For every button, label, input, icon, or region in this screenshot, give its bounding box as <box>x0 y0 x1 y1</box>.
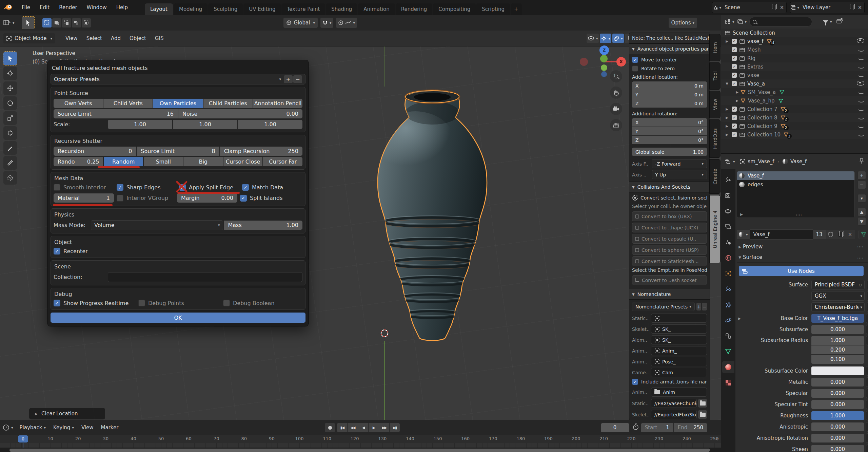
material-field[interactable]: Material1 <box>54 193 114 203</box>
next-keyframe-button[interactable]: ▶▶ <box>379 423 389 432</box>
tool-measure-button[interactable] <box>3 156 17 170</box>
interior-vgroup-checkbox[interactable]: Interior VGroup <box>117 195 177 202</box>
prop-anisotropic-slider[interactable]: 0.000 <box>811 422 864 431</box>
random-factor-field[interactable]: Rando0.25 <box>54 157 103 166</box>
prefix-input-4[interactable]: Pose_ <box>651 357 707 366</box>
collision-button-2[interactable]: Convert to capsule (U.. <box>632 234 707 244</box>
visibility-eye-icon[interactable] <box>858 47 864 53</box>
prop-anisotropic-link-button[interactable]: ○ <box>866 422 868 432</box>
viewport-menu-view[interactable]: View <box>61 33 82 43</box>
prop-christensen-burley-dropdown[interactable]: Christensen-Burley▾ <box>811 302 865 312</box>
options-dropdown[interactable]: Options▾ <box>669 18 697 28</box>
tool-add-primitive-button[interactable] <box>3 171 17 185</box>
source-limit-field[interactable]: Source Limit16 <box>54 109 178 118</box>
clear-location-panel[interactable]: ▶Clear Location <box>29 408 105 419</box>
scene-icon[interactable]: ▾ <box>712 3 721 12</box>
outliner-checkbox[interactable]: ✓ <box>732 64 737 69</box>
path-browse-button-0[interactable] <box>698 399 707 408</box>
workspace-tab-sculpting[interactable]: Sculpting <box>208 3 243 15</box>
recursion-mode-big[interactable]: Big <box>183 157 223 166</box>
workspace-tab-rendering[interactable]: Rendering <box>396 3 433 15</box>
rotate-to-zero-checkbox[interactable]: Rotate to zero <box>632 65 707 72</box>
prefix-input-5[interactable]: Cam_ <box>651 368 707 377</box>
prop-subsurface-color-color[interactable] <box>811 366 864 375</box>
jump-to-start-button[interactable]: ▮◀ <box>337 423 347 432</box>
ortho-grid-widget[interactable] <box>610 119 622 131</box>
zoom-widget[interactable]: + <box>610 70 622 82</box>
material-filter-dropdown[interactable]: ▾ <box>859 230 868 239</box>
workspace-tab-animation[interactable]: Animation <box>358 3 395 15</box>
prop-base-color-texture[interactable]: T_Vase_f_bc.tga <box>811 314 864 323</box>
tool-move-button[interactable] <box>3 81 17 95</box>
scene-name[interactable]: Scene <box>721 4 769 11</box>
slot-add-button[interactable]: + <box>857 171 866 180</box>
path-browse-button-1[interactable] <box>698 410 707 419</box>
scene-delete-icon[interactable]: × <box>777 3 786 12</box>
vase-object[interactable] <box>364 81 500 349</box>
margin-field[interactable]: Margin0.00 <box>177 193 237 203</box>
nomenclature-header[interactable]: ▼Nomenclature <box>629 289 710 300</box>
gizmo-axis-y2[interactable] <box>601 64 607 71</box>
prop-metallic-link-button[interactable]: ○ <box>866 377 868 387</box>
rotation-z-field[interactable]: Z0° <box>632 136 707 144</box>
properties-tab-texture[interactable] <box>722 377 734 389</box>
outliner-item-collection-8[interactable]: ▶✓Collection 82 <box>721 113 868 122</box>
outliner-checkbox[interactable]: ✓ <box>732 107 737 112</box>
point-source-own-verts[interactable]: Own Verts <box>54 99 103 108</box>
gizmo-axis-x-neg[interactable] <box>580 58 588 66</box>
camera-view-widget[interactable] <box>610 103 622 115</box>
select-mode-new-button[interactable] <box>42 18 52 27</box>
outliner-search-input[interactable] <box>749 17 812 26</box>
prefix-input-2[interactable]: SK_ <box>651 335 707 344</box>
tool-annotate-button[interactable] <box>3 141 17 155</box>
prev-keyframe-button[interactable]: ◀◀ <box>348 423 358 432</box>
point-source-child-particles[interactable]: Child Particles <box>203 99 253 108</box>
nomenclature-presets-dropdown[interactable]: Nomenclature Presets▾ <box>632 302 695 311</box>
path-input-1[interactable]: //ExportedFbx\Skel.. <box>651 410 697 419</box>
prefix-input-1[interactable]: SK_ <box>651 324 707 334</box>
slot-move-up-button[interactable]: ▲ <box>857 208 866 216</box>
timeline-scrollbar[interactable] <box>0 448 721 452</box>
play-button[interactable]: ▶ <box>369 423 379 432</box>
prop-subsurface-radius-1[interactable]: 0.200 <box>811 345 864 354</box>
gizmo-axis-z-neg[interactable] <box>601 71 607 77</box>
rotation-y-field[interactable]: Y0° <box>632 127 707 135</box>
location-x-field[interactable]: X0 m <box>632 81 707 90</box>
viewport-menu-gis[interactable]: GIS <box>151 33 168 43</box>
gizmo-axis-z[interactable]: Z <box>599 45 609 55</box>
clamp-recursion-field[interactable]: Clamp Recursion250 <box>220 147 302 156</box>
prop-subsurface-radius-0[interactable]: 1.000 <box>811 336 864 345</box>
collision-button-1[interactable]: Convert to ..hape (UCX) <box>632 223 707 232</box>
visibility-eye-icon[interactable] <box>858 132 864 138</box>
viewport-menu-add[interactable]: Add <box>106 33 125 43</box>
prop-subsurface-color-link-button[interactable]: ○ <box>866 366 868 376</box>
recursion-mode-random[interactable]: Random <box>104 157 143 166</box>
outliner-display-mode-button[interactable]: ▾ <box>737 19 747 24</box>
prop-specular-slider[interactable]: 0.000 <box>811 389 864 398</box>
visibility-eye-icon[interactable] <box>858 98 864 104</box>
visibility-eye-icon[interactable] <box>858 123 864 129</box>
prop-subsurface-link-button[interactable]: ○ <box>866 325 868 334</box>
frame-start-field[interactable]: Start1 <box>641 423 673 432</box>
stopwatch-icon[interactable] <box>633 423 639 432</box>
visibility-eye-icon[interactable] <box>858 55 864 61</box>
record-button[interactable] <box>325 423 335 432</box>
outliner-item-extras[interactable]: ✓Extras <box>721 62 868 71</box>
timeline-editor-type-button[interactable]: ▾ <box>3 424 13 431</box>
outliner-item-vase_a[interactable]: ▼✓Vase_a <box>721 79 868 88</box>
material-slot-Vase_f[interactable]: Vase_f <box>737 171 854 180</box>
proportional-editing-button[interactable]: ▾ <box>336 18 357 28</box>
point-source-own-particles[interactable]: Own Particles <box>153 99 202 108</box>
breadcrumb-object[interactable]: sm_Vase_f <box>740 158 774 165</box>
outliner-editor-type-button[interactable]: ▾ <box>725 19 734 24</box>
playhead-frame-badge[interactable]: 0 <box>18 435 28 442</box>
properties-tab-view-layer[interactable] <box>722 221 734 233</box>
timeline-menu-keying[interactable]: Keying▾ <box>50 422 78 433</box>
path-input-0[interactable]: //FBX\VaseFChunks\ <box>651 399 697 408</box>
mass-field[interactable]: Mass1.00 <box>224 221 302 230</box>
view-layer-copy-icon[interactable] <box>847 3 855 12</box>
outliner-checkbox[interactable]: ✓ <box>732 73 737 78</box>
axis-up-dropdown[interactable]: Y Up▾ <box>652 170 707 179</box>
visibility-eye-icon[interactable] <box>858 64 864 70</box>
prop-anisotropic-rotation-slider[interactable]: 0.000 <box>811 434 864 442</box>
